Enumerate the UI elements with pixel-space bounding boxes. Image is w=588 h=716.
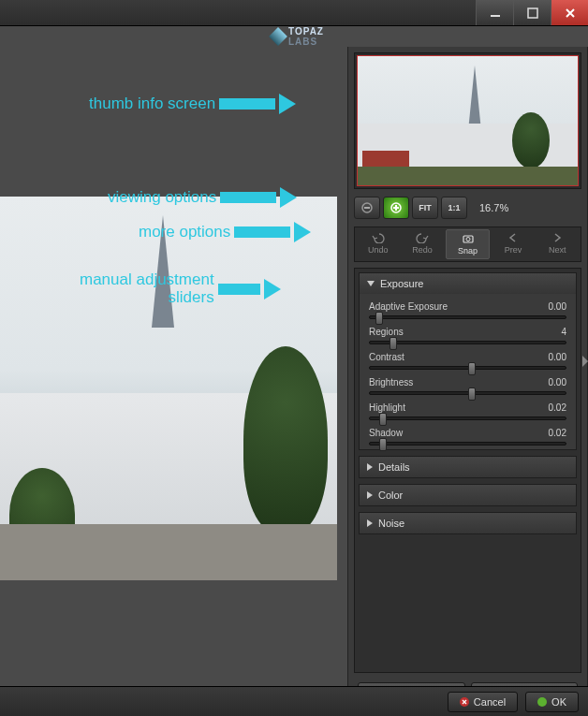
slider-label: Highlight (369, 402, 405, 413)
slider-value: 0.00 (549, 352, 566, 362)
slider-thumb[interactable] (468, 387, 476, 401)
brand-logo: TOPAZLABS (272, 26, 324, 47)
slider-label: Shadow (369, 428, 403, 438)
brand-line2: LABS (288, 37, 317, 47)
slider-value: 0.00 (549, 301, 566, 312)
window-titlebar (0, 0, 588, 26)
slider-thumb[interactable] (468, 362, 476, 375)
prev-label: Prev (505, 245, 522, 255)
slider-track[interactable] (369, 366, 566, 370)
annotation-more-text: more options (139, 223, 230, 241)
noise-title: Noise (378, 518, 404, 529)
next-button[interactable]: Next (537, 229, 579, 259)
slider-thumb[interactable] (375, 312, 383, 325)
slider-track[interactable] (369, 442, 566, 446)
redo-label: Redo (412, 245, 433, 255)
adjustment-panels: Exposure Adaptive Exposure0.00Regions4Co… (354, 268, 581, 673)
snap-label: Snap (458, 246, 478, 256)
slider-contrast: Contrast0.00 (369, 352, 566, 370)
next-label: Next (549, 245, 566, 255)
expand-icon (367, 519, 373, 527)
redo-button[interactable]: Redo (401, 229, 443, 259)
dialog-footer: Cancel OK (0, 686, 588, 716)
slider-track[interactable] (369, 416, 566, 420)
prev-button[interactable]: Prev (492, 229, 534, 259)
minimize-button[interactable] (476, 0, 513, 25)
undo-label: Undo (368, 245, 389, 255)
annotation-more: more options (139, 222, 311, 242)
ok-icon (537, 697, 547, 707)
ok-button[interactable]: OK (525, 692, 579, 712)
exposure-title: Exposure (380, 278, 423, 289)
noise-header[interactable]: Noise (360, 513, 576, 533)
details-section: Details (359, 456, 577, 478)
details-title: Details (378, 461, 410, 473)
slider-regions: Regions4 (369, 327, 566, 344)
svg-rect-3 (364, 207, 370, 209)
color-header[interactable]: Color (360, 485, 576, 505)
logo-diamond-icon (269, 27, 287, 46)
slider-track[interactable] (369, 341, 566, 344)
slider-value: 0.00 (549, 377, 566, 387)
exposure-section: Exposure Adaptive Exposure0.00Regions4Co… (359, 272, 577, 450)
main-preview-image[interactable] (0, 197, 337, 580)
svg-rect-6 (395, 205, 397, 211)
slider-track[interactable] (369, 391, 566, 395)
zoom-toolbar: FIT 1:1 16.7% (354, 195, 581, 221)
panel-expand-arrow-icon[interactable] (582, 356, 588, 367)
thumbnail-frame (354, 52, 581, 189)
annotation-viewing-text: viewing options (108, 188, 216, 207)
annotation-viewing: viewing options (108, 187, 297, 208)
slider-adaptive-exposure: Adaptive Exposure0.00 (369, 301, 566, 319)
zoom-out-button[interactable] (354, 197, 380, 219)
ok-label: OK (551, 696, 566, 708)
zoom-value-label: 16.7% (479, 202, 508, 213)
slider-label: Contrast (369, 352, 404, 362)
slider-brightness: Brightness0.00 (369, 377, 566, 395)
svg-point-8 (466, 238, 470, 241)
slider-value: 4 (561, 327, 566, 337)
slider-label: Brightness (369, 377, 413, 387)
exposure-header[interactable]: Exposure (360, 273, 576, 294)
slider-label: Regions (369, 327, 404, 337)
main-preview-pane (0, 47, 347, 716)
slider-shadow: Shadow0.02 (369, 428, 566, 446)
noise-section: Noise (359, 512, 577, 534)
color-title: Color (378, 490, 403, 501)
slider-track[interactable] (369, 315, 566, 319)
slider-thumb[interactable] (390, 337, 397, 350)
zoom-actual-button[interactable]: 1:1 (441, 197, 467, 219)
slider-value: 0.02 (549, 402, 566, 413)
navigator-thumbnail[interactable] (357, 55, 579, 186)
annotation-sliders: manual adjustmentsliders (80, 271, 281, 306)
close-button[interactable] (551, 0, 588, 25)
brand-line1: TOPAZ (288, 26, 324, 37)
svg-rect-1 (528, 8, 537, 18)
slider-thumb[interactable] (379, 413, 387, 426)
annotation-sliders-text: manual adjustmentsliders (80, 271, 214, 306)
slider-label: Adaptive Exposure (369, 301, 448, 312)
slider-thumb[interactable] (379, 438, 387, 451)
maximize-button[interactable] (513, 0, 551, 25)
snap-button[interactable]: Snap (446, 229, 490, 259)
control-panel: FIT 1:1 16.7% Undo Redo Snap Prev (347, 47, 588, 716)
cancel-label: Cancel (474, 696, 506, 708)
color-section: Color (359, 484, 577, 506)
undo-button[interactable]: Undo (357, 229, 399, 259)
expand-icon (367, 491, 373, 499)
cancel-icon (460, 697, 469, 707)
details-header[interactable]: Details (360, 457, 576, 477)
cancel-button[interactable]: Cancel (448, 692, 518, 712)
slider-highlight: Highlight0.02 (369, 402, 566, 420)
annotation-thumb-text: thumb info screen (89, 95, 215, 113)
collapse-icon (367, 281, 375, 286)
annotation-thumb: thumb info screen (89, 94, 296, 114)
expand-icon (367, 463, 373, 471)
history-toolbar: Undo Redo Snap Prev Next (354, 226, 581, 262)
slider-value: 0.02 (549, 428, 566, 438)
zoom-fit-button[interactable]: FIT (412, 197, 438, 219)
zoom-in-button[interactable] (383, 197, 409, 219)
svg-rect-0 (491, 15, 500, 17)
